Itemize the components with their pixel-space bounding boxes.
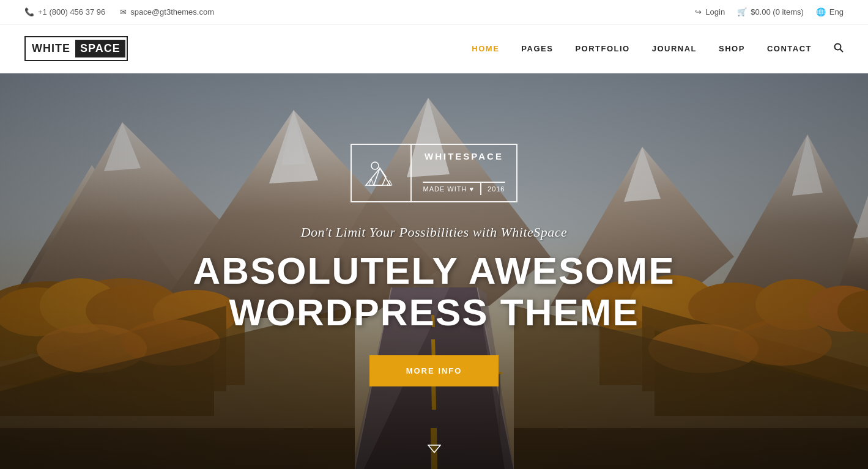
hero-badge-year: 2016 (481, 183, 505, 195)
main-nav: HOME PAGES PORTFOLIO JOURNAL SHOP CONTAC… (472, 43, 844, 55)
cart-icon: 🛒 (737, 7, 747, 17)
site-logo[interactable]: WHITE SPACE (24, 36, 128, 61)
nav-shop[interactable]: SHOP (719, 44, 745, 53)
topbar-phone: 📞 +1 (800) 456 37 96 (24, 7, 105, 17)
scroll-down-arrow[interactable] (428, 444, 441, 457)
topbar: 📞 +1 (800) 456 37 96 ✉ space@gt3themes.c… (0, 0, 868, 24)
hero-badge-made: MADE WITH ♥ (423, 183, 481, 195)
globe-icon: 🌐 (816, 7, 826, 17)
hero-heading-line2: WORDPRESS THEME (229, 291, 639, 333)
svg-marker-59 (366, 168, 386, 185)
logo-space-text: SPACE (75, 40, 125, 57)
hero-badge-bottom: MADE WITH ♥ 2016 (423, 182, 505, 195)
nav-contact[interactable]: CONTACT (767, 44, 812, 53)
hero-tagline: Don't Limit Your Possibilities with Whit… (301, 224, 568, 240)
logo-white-text: WHITE (27, 40, 75, 57)
nav-home[interactable]: HOME (472, 44, 499, 53)
header: WHITE SPACE HOME PAGES PORTFOLIO JOURNAL… (0, 24, 868, 73)
hero-heading-line1: ABSOLUTELY AWESOME (193, 249, 675, 292)
nav-pages[interactable]: PAGES (521, 44, 553, 53)
hero-content: WHITESPACE MADE WITH ♥ 2016 Don't Limit … (193, 144, 675, 386)
topbar-email: ✉ space@gt3themes.com (120, 7, 214, 17)
topbar-actions: ↪ Login 🛒 $0.00 (0 items) 🌐 Eng (695, 7, 844, 17)
nav-journal[interactable]: JOURNAL (652, 44, 697, 53)
login-icon: ↪ (695, 7, 702, 17)
hero-badge-title: WHITESPACE (423, 151, 505, 161)
svg-point-58 (371, 162, 379, 169)
more-info-button[interactable]: MORE INFO (369, 355, 499, 386)
hero-badge-icon (352, 145, 412, 201)
phone-icon: 📞 (24, 7, 34, 17)
topbar-cart[interactable]: 🛒 $0.00 (0 items) (737, 7, 804, 17)
nav-portfolio[interactable]: PORTFOLIO (575, 44, 629, 53)
hero-badge: WHITESPACE MADE WITH ♥ 2016 (351, 144, 517, 202)
hero-badge-text: WHITESPACE MADE WITH ♥ 2016 (412, 145, 516, 201)
svg-line-1 (840, 49, 844, 52)
email-icon: ✉ (120, 7, 127, 17)
topbar-language[interactable]: 🌐 Eng (816, 7, 844, 17)
topbar-login[interactable]: ↪ Login (695, 7, 725, 17)
search-icon[interactable] (834, 43, 844, 55)
svg-marker-63 (428, 445, 440, 452)
hero-section: WHITESPACE MADE WITH ♥ 2016 Don't Limit … (0, 73, 868, 469)
topbar-contact-info: 📞 +1 (800) 456 37 96 ✉ space@gt3themes.c… (24, 7, 214, 17)
hero-heading: ABSOLUTELY AWESOME WORDPRESS THEME (193, 250, 675, 333)
svg-point-0 (835, 43, 841, 50)
